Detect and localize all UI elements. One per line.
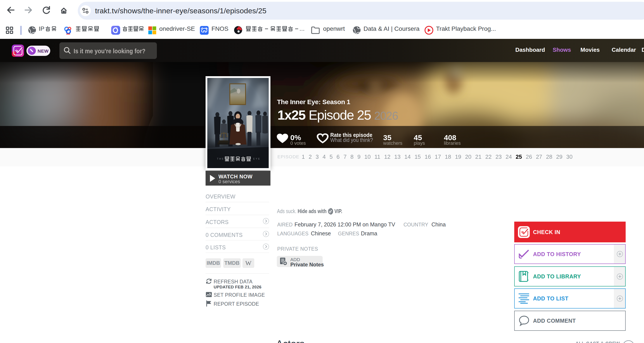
svg-text:THE: THE <box>217 157 224 160</box>
svg-text:EYE: EYE <box>253 157 260 160</box>
